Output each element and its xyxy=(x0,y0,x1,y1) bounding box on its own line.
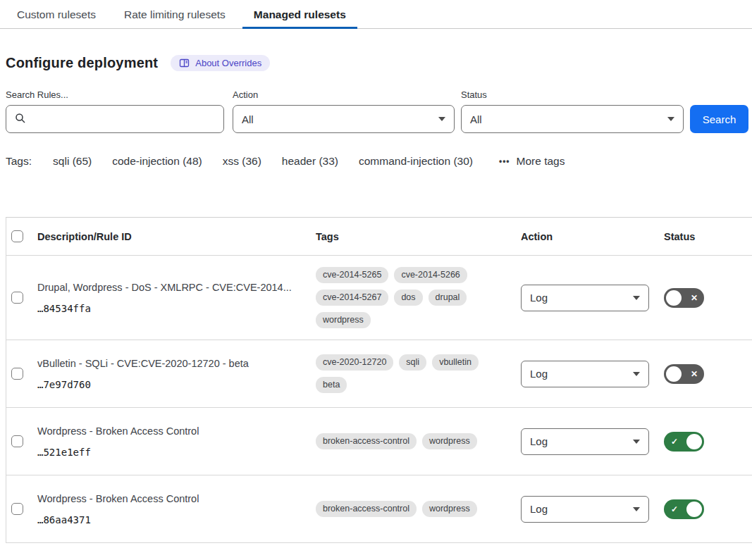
rule-description: Wordpress - Broken Access Control xyxy=(37,492,303,505)
tab-rate-limiting-rulesets[interactable]: Rate limiting rulesets xyxy=(113,0,237,29)
chevron-down-icon xyxy=(633,507,640,511)
tag-pill: sqli xyxy=(399,354,426,371)
toggle-knob xyxy=(666,290,682,306)
status-filter-select[interactable]: All xyxy=(461,105,684,133)
tag-link-header[interactable]: header (33) xyxy=(282,155,338,168)
row-checkbox[interactable] xyxy=(11,503,23,515)
rule-action-select[interactable]: Log xyxy=(521,496,649,523)
rule-action-select[interactable]: Log xyxy=(521,361,649,387)
tag-pill: broken-access-control xyxy=(316,501,417,517)
rule-id: …84534ffa xyxy=(37,303,303,314)
rules-table: Description/Rule ID Tags Action Status D… xyxy=(6,217,752,543)
rule-description: Drupal, Wordpress - DoS - XMLRPC - CVE:C… xyxy=(37,281,303,294)
rule-tags: broken-access-control wordpress xyxy=(316,433,521,449)
x-icon: ✕ xyxy=(691,294,698,302)
tag-link-code-injection[interactable]: code-injection (48) xyxy=(112,155,202,168)
action-filter-value: All xyxy=(242,113,254,125)
more-tags-label: More tags xyxy=(517,155,565,168)
chevron-down-icon xyxy=(633,296,640,300)
tag-pill: dos xyxy=(394,290,422,306)
rule-action-value: Log xyxy=(530,503,548,515)
column-header-status: Status xyxy=(664,231,752,242)
table-row: Wordpress - Broken Access Control …86aa4… xyxy=(6,475,752,543)
about-overrides-label: About Overrides xyxy=(195,58,261,68)
search-button[interactable]: Search xyxy=(690,105,748,133)
table-row: Wordpress - Broken Access Control …521e1… xyxy=(6,408,752,475)
rule-id: …7e97d760 xyxy=(37,379,303,390)
chevron-down-icon xyxy=(667,117,674,121)
tag-pill: wordpress xyxy=(422,501,477,517)
rule-tags: cve-2014-5265 cve-2014-5266 cve-2014-526… xyxy=(316,267,521,328)
tag-pill: cve-2014-5267 xyxy=(316,290,388,306)
column-header-tags: Tags xyxy=(316,231,521,242)
rule-id: …86aa4371 xyxy=(37,514,303,525)
book-icon xyxy=(179,58,190,68)
chevron-down-icon xyxy=(633,372,640,376)
rule-status-toggle[interactable]: ✕ ✓ xyxy=(664,499,704,519)
tag-pill: wordpress xyxy=(422,433,477,449)
check-icon: ✓ xyxy=(671,505,678,514)
filter-bar: Search Rules... Action All Status xyxy=(6,89,748,133)
rule-id: …521e1eff xyxy=(37,447,303,458)
tag-pill: cve-2020-12720 xyxy=(316,354,393,371)
row-checkbox[interactable] xyxy=(11,368,23,380)
search-rules-label: Search Rules... xyxy=(6,89,224,100)
tab-managed-rulesets[interactable]: Managed rulesets xyxy=(242,0,357,29)
rule-tags: cve-2020-12720 sqli vbulletin beta xyxy=(316,354,521,393)
rule-description: vBulletin - SQLi - CVE:CVE-2020-12720 - … xyxy=(37,357,303,370)
rule-action-value: Log xyxy=(530,435,548,447)
tag-pill: beta xyxy=(316,377,347,393)
ruleset-tabs: Custom rulesets Rate limiting rulesets M… xyxy=(0,0,752,29)
tag-link-command-injection[interactable]: command-injection (30) xyxy=(359,155,473,168)
tag-pill: broken-access-control xyxy=(316,433,417,449)
table-row: Drupal, Wordpress - DoS - XMLRPC - CVE:C… xyxy=(6,256,752,340)
tab-custom-rulesets[interactable]: Custom rulesets xyxy=(6,0,107,29)
action-filter-label: Action xyxy=(233,89,455,100)
table-header-row: Description/Rule ID Tags Action Status xyxy=(6,218,752,256)
tag-link-xss[interactable]: xss (36) xyxy=(223,155,261,168)
rule-action-select[interactable]: Log xyxy=(521,428,649,455)
x-icon: ✕ xyxy=(691,370,698,378)
status-filter-label: Status xyxy=(461,89,684,100)
rule-tags: broken-access-control wordpress xyxy=(316,501,521,517)
action-filter-select[interactable]: All xyxy=(233,105,455,133)
row-checkbox[interactable] xyxy=(11,435,23,447)
column-header-action: Action xyxy=(521,231,664,242)
toggle-knob xyxy=(686,502,702,517)
search-input-container xyxy=(6,105,224,133)
rule-status-toggle[interactable]: ✕ ✓ xyxy=(664,288,704,308)
tag-pill: vbulletin xyxy=(432,354,479,371)
tags-bar-label: Tags: xyxy=(6,155,32,168)
rule-action-value: Log xyxy=(530,292,548,304)
tag-link-sqli[interactable]: sqli (65) xyxy=(53,155,92,168)
rule-action-select[interactable]: Log xyxy=(521,285,649,311)
table-row: vBulletin - SQLi - CVE:CVE-2020-12720 - … xyxy=(6,340,752,408)
select-all-checkbox[interactable] xyxy=(11,230,23,242)
rule-status-toggle[interactable]: ✕ ✓ xyxy=(664,364,704,384)
tag-pill: cve-2014-5265 xyxy=(316,267,388,283)
rule-description: Wordpress - Broken Access Control xyxy=(37,425,303,437)
check-icon: ✓ xyxy=(671,437,678,446)
tag-pill: drupal xyxy=(429,290,467,306)
chevron-down-icon xyxy=(633,440,640,444)
more-tags-button[interactable]: ••• More tags xyxy=(499,155,565,168)
ellipsis-icon: ••• xyxy=(499,156,510,166)
tags-bar: Tags: sqli (65) code-injection (48) xss … xyxy=(6,155,748,168)
tag-pill: cve-2014-5266 xyxy=(394,267,467,283)
rule-action-value: Log xyxy=(530,368,548,380)
status-filter-value: All xyxy=(470,113,482,125)
toggle-knob xyxy=(666,366,682,382)
toggle-knob xyxy=(686,434,702,449)
row-checkbox[interactable] xyxy=(11,292,23,304)
search-icon xyxy=(15,113,26,126)
chevron-down-icon xyxy=(438,117,445,121)
page-header: Configure deployment About Overrides xyxy=(6,53,748,73)
rule-status-toggle[interactable]: ✕ ✓ xyxy=(664,432,704,452)
tag-pill: wordpress xyxy=(316,312,371,328)
search-input[interactable] xyxy=(32,113,215,126)
about-overrides-link[interactable]: About Overrides xyxy=(171,55,270,71)
page-title: Configure deployment xyxy=(6,55,158,71)
column-header-description: Description/Rule ID xyxy=(32,231,316,242)
